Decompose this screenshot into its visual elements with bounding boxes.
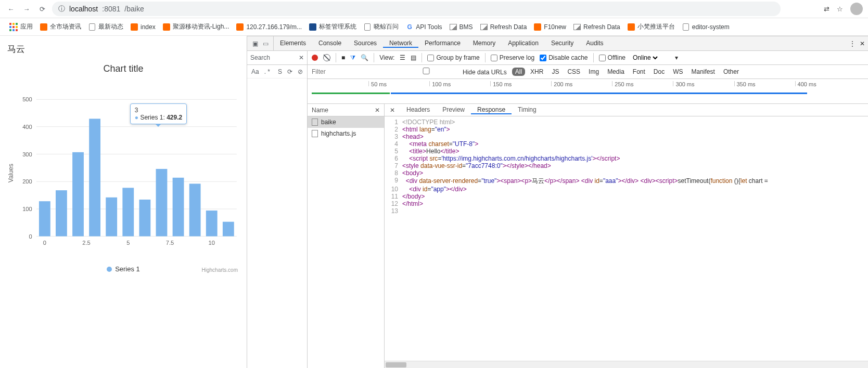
devtools-menu-icon[interactable]: ⋮ <box>849 40 856 47</box>
bookmark-item[interactable]: 晓鲸百问 <box>364 22 399 31</box>
bookmark-item[interactable]: 聚源移动资讯-Ligh... <box>163 22 229 31</box>
throttling-select[interactable]: Online <box>631 54 659 62</box>
devtools-close-icon[interactable]: ✕ <box>860 40 865 47</box>
response-body[interactable]: 1<!DOCTYPE html>2<html lang="en">3<head>… <box>385 116 868 361</box>
filter-type-ws[interactable]: WS <box>670 68 686 76</box>
large-rows-icon[interactable]: ☰ <box>400 54 405 61</box>
back-button[interactable]: ← <box>5 3 17 15</box>
bookmark-item[interactable]: 标签管理系统 <box>309 22 356 31</box>
file-icon <box>312 119 318 126</box>
devtools-tab-audits[interactable]: Audits <box>580 40 609 47</box>
svg-text:Values: Values <box>7 164 15 182</box>
filter-type-img[interactable]: Img <box>585 68 602 76</box>
chart: Chart title 0100200300400500Values02.557… <box>5 63 242 273</box>
legend-marker-icon <box>107 267 112 272</box>
group-by-frame-checkbox[interactable]: Group by frame <box>427 54 479 61</box>
filter-type-css[interactable]: CSS <box>564 68 583 76</box>
bookmark-label: F10new <box>544 23 566 31</box>
bookmark-item[interactable]: editor-system <box>682 22 730 31</box>
filter-type-all[interactable]: All <box>512 68 525 76</box>
bookmark-label: Refresh Data <box>583 23 620 31</box>
detail-tab-headers[interactable]: Headers <box>400 106 436 114</box>
devtools-tab-security[interactable]: Security <box>545 40 580 47</box>
devtools-tab-console[interactable]: Console <box>312 40 348 47</box>
svg-text:300: 300 <box>22 151 32 157</box>
throttling-dropdown-icon[interactable]: ▾ <box>675 54 678 61</box>
offline-checkbox[interactable]: Offline <box>599 54 626 61</box>
clear-button[interactable] <box>323 54 330 61</box>
filter-type-other[interactable]: Other <box>720 68 742 76</box>
search-icon[interactable]: 🔍 <box>361 54 368 61</box>
bookmark-item[interactable]: F10new <box>534 22 566 31</box>
network-timeline[interactable]: 50 ms100 ms150 ms200 ms250 ms300 ms350 m… <box>308 79 868 104</box>
bookmark-label: index <box>141 23 156 31</box>
match-case-toggle[interactable]: Aa <box>251 68 259 75</box>
bookmark-item[interactable]: Refresh Data <box>573 22 620 31</box>
code-line: 9 <div data-server-rendered="true"><span… <box>385 177 868 186</box>
bookmark-icon <box>682 23 690 31</box>
detail-tab-timing[interactable]: Timing <box>512 106 543 114</box>
camera-icon[interactable]: ■ <box>341 54 345 61</box>
search-opt-s[interactable]: S <box>278 68 282 75</box>
profile-avatar[interactable] <box>850 3 863 15</box>
svg-rect-20 <box>156 169 168 236</box>
forward-button[interactable]: → <box>21 3 32 15</box>
bookmark-item[interactable]: 全市场资讯 <box>40 22 81 31</box>
devtools-tab-network[interactable]: Network <box>383 40 418 48</box>
devtools-tab-performance[interactable]: Performance <box>418 40 467 47</box>
filter-type-manifest[interactable]: Manifest <box>688 68 718 76</box>
regex-toggle[interactable]: . * <box>264 68 270 75</box>
bookmark-item[interactable]: BMS <box>450 22 473 31</box>
bookmark-item[interactable]: 最新动态 <box>88 22 123 31</box>
request-item[interactable]: highcharts.js <box>308 128 384 139</box>
request-item[interactable]: baike <box>308 116 384 128</box>
detail-tab-response[interactable]: Response <box>471 106 512 114</box>
star-icon[interactable]: ☆ <box>837 5 843 13</box>
svg-text:10: 10 <box>209 240 215 246</box>
apps-button[interactable]: 应用 <box>9 22 33 31</box>
request-list-close-icon[interactable]: ✕ <box>375 107 380 114</box>
search-refresh-icon[interactable]: ⟳ <box>287 68 292 75</box>
devtools-tab-elements[interactable]: Elements <box>274 40 312 47</box>
bookmark-label: 晓鲸百问 <box>374 22 399 31</box>
devtools-tab-sources[interactable]: Sources <box>348 40 383 47</box>
view-label: View: <box>379 54 394 61</box>
filter-type-js[interactable]: JS <box>548 68 562 76</box>
record-button[interactable] <box>312 55 318 61</box>
request-name: baike <box>321 119 336 126</box>
timeline-tick: 200 ms <box>551 81 572 86</box>
bookmark-item[interactable]: Refresh Data <box>480 22 527 31</box>
search-clear-icon[interactable]: ⊘ <box>298 68 303 75</box>
filter-type-xhr[interactable]: XHR <box>527 68 546 76</box>
reload-button[interactable]: ⟳ <box>36 3 48 15</box>
chart-credit[interactable]: Highcharts.com <box>202 267 238 273</box>
bookmark-icon <box>573 23 581 31</box>
chart-title: Chart title <box>5 63 242 74</box>
preserve-log-checkbox[interactable]: Preserve log <box>491 54 534 61</box>
inspect-icon[interactable]: ▣ <box>250 39 260 48</box>
address-bar[interactable]: ⓘ localhost:8081/baike <box>52 2 781 16</box>
detail-close-icon[interactable]: ✕ <box>385 107 400 114</box>
legend-label: Series 1 <box>115 265 140 273</box>
search-close-icon[interactable]: ✕ <box>299 54 304 61</box>
devtools-tab-memory[interactable]: Memory <box>467 40 502 47</box>
filter-type-doc[interactable]: Doc <box>650 68 668 76</box>
translate-icon[interactable]: ⇄ <box>824 5 829 13</box>
waterfall-icon[interactable]: ▤ <box>411 54 416 61</box>
horizontal-scrollbar[interactable] <box>385 361 868 368</box>
filter-type-font[interactable]: Font <box>630 68 648 76</box>
filter-type-media[interactable]: Media <box>604 68 628 76</box>
filter-input[interactable] <box>312 68 385 75</box>
hide-data-urls-checkbox[interactable]: Hide data URLs <box>390 68 507 76</box>
bookmark-item[interactable]: 120.27.166.179/m... <box>236 22 302 31</box>
bookmark-item[interactable]: 小梵推送平台 <box>628 22 675 31</box>
devtools-tab-application[interactable]: Application <box>502 40 545 47</box>
device-toggle-icon[interactable]: ▭ <box>261 39 270 48</box>
bookmark-label: 120.27.166.179/m... <box>246 23 302 31</box>
bookmark-item[interactable]: index <box>131 22 156 31</box>
filter-icon[interactable]: ⧩ <box>350 54 355 61</box>
bookmark-item[interactable]: GAPI Tools <box>406 22 442 31</box>
bookmark-icon <box>450 23 457 31</box>
detail-tab-preview[interactable]: Preview <box>436 106 471 114</box>
disable-cache-checkbox[interactable]: Disable cache <box>540 54 588 61</box>
